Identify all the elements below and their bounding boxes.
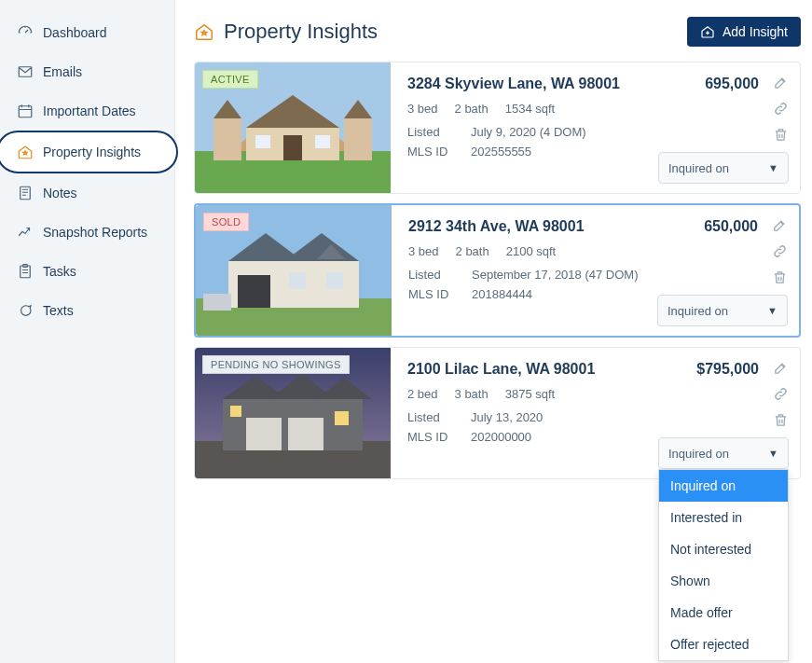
dropdown-option[interactable]: Shown: [659, 565, 788, 597]
property-address: 3284 Skyview Lane, WA 98001: [407, 76, 620, 92]
link-icon[interactable]: [772, 385, 789, 402]
clipboard-icon: [17, 263, 34, 280]
svg-rect-35: [335, 411, 349, 425]
sidebar-item-dashboard[interactable]: Dashboard: [0, 13, 174, 52]
sidebar-item-emails[interactable]: Emails: [0, 52, 174, 91]
chat-icon: [17, 302, 34, 319]
svg-rect-1: [19, 106, 32, 117]
mls-label: MLS ID: [408, 287, 464, 301]
listed-label: Listed: [408, 268, 464, 282]
house-plus-icon: [700, 24, 715, 39]
sqft: 3875 sqft: [505, 387, 556, 401]
dropdown-option[interactable]: Inquired on: [659, 470, 788, 502]
status-select[interactable]: Inquired on ▼: [658, 152, 789, 184]
link-icon[interactable]: [772, 100, 789, 117]
status-select[interactable]: Inquired on ▼: [657, 295, 788, 326]
calendar-icon: [17, 103, 34, 119]
sidebar-item-texts[interactable]: Texts: [0, 291, 174, 330]
sidebar-item-label: Property Insights: [43, 145, 141, 159]
sidebar-item-important-dates[interactable]: Important Dates: [0, 91, 174, 131]
status-select[interactable]: Inquired on ▼: [658, 437, 789, 469]
listed-value: September 17, 2018 (47 DOM): [472, 268, 786, 282]
chevron-down-icon: ▼: [768, 162, 778, 173]
listed-label: Listed: [407, 410, 463, 424]
select-value: Inquired on: [668, 447, 729, 461]
svg-rect-11: [255, 135, 270, 148]
property-photo: ACTIVE: [195, 62, 391, 193]
bath-count: 3 bath: [455, 387, 489, 401]
sidebar-item-property-insights[interactable]: Property Insights: [0, 131, 178, 173]
svg-rect-10: [283, 135, 302, 160]
dashboard-icon: [17, 24, 34, 41]
bed-count: 3 bed: [407, 102, 438, 116]
listed-value: July 9, 2020 (4 DOM): [471, 125, 787, 139]
add-insight-label: Add Insight: [723, 24, 788, 39]
sidebar-item-label: Important Dates: [43, 104, 136, 118]
add-insight-button[interactable]: Add Insight: [687, 17, 801, 47]
svg-rect-15: [344, 118, 372, 160]
svg-rect-13: [213, 118, 241, 160]
bath-count: 2 bath: [456, 244, 489, 258]
main-content: Property Insights Add Insight: [175, 0, 812, 663]
bed-count: 2 bed: [407, 387, 438, 401]
sidebar-item-label: Snapshot Reports: [43, 225, 147, 240]
sidebar-item-snapshot-reports[interactable]: Snapshot Reports: [0, 213, 174, 252]
svg-rect-34: [288, 418, 323, 450]
select-value: Inquired on: [667, 304, 728, 318]
select-value: Inquired on: [668, 161, 729, 175]
sidebar-item-notes[interactable]: Notes: [0, 173, 174, 213]
chevron-down-icon: ▼: [768, 448, 778, 459]
sidebar-item-label: Dashboard: [43, 25, 107, 40]
status-dropdown[interactable]: Inquired on Interested in Not interested…: [658, 469, 789, 661]
svg-rect-22: [238, 275, 270, 308]
sidebar: Dashboard Emails Important Dates Propert…: [0, 0, 175, 663]
edit-icon[interactable]: [771, 216, 788, 233]
svg-rect-12: [315, 135, 330, 148]
listed-label: Listed: [407, 125, 463, 139]
svg-rect-2: [21, 186, 31, 200]
property-address: 2100 Lilac Lane, WA 98001: [407, 361, 595, 378]
house-star-icon: [17, 144, 34, 160]
status-badge: ACTIVE: [202, 70, 258, 89]
note-icon: [17, 185, 34, 201]
page-title: Property Insights: [224, 20, 378, 44]
chevron-down-icon: ▼: [767, 305, 778, 316]
trash-icon[interactable]: [772, 411, 789, 428]
status-badge: SOLD: [203, 213, 249, 231]
bed-count: 3 bed: [408, 244, 439, 258]
sqft: 2100 sqft: [506, 244, 557, 258]
sidebar-item-label: Tasks: [43, 264, 76, 279]
sidebar-item-label: Notes: [43, 186, 77, 200]
sidebar-item-tasks[interactable]: Tasks: [0, 252, 174, 291]
dropdown-option[interactable]: Offer rejected: [659, 628, 788, 660]
mls-label: MLS ID: [407, 145, 463, 159]
bath-count: 2 bath: [455, 102, 489, 116]
status-badge: PENDING NO SHOWINGS: [202, 355, 350, 374]
sidebar-item-label: Texts: [43, 303, 74, 318]
chart-icon: [17, 224, 34, 241]
sidebar-item-label: Emails: [43, 64, 82, 79]
dropdown-option[interactable]: Interested in: [659, 502, 788, 533]
property-address: 2912 34th Ave, WA 98001: [408, 218, 585, 235]
svg-rect-24: [326, 272, 343, 289]
mail-icon: [17, 63, 34, 80]
mls-label: MLS ID: [407, 430, 463, 444]
svg-rect-23: [289, 272, 306, 289]
link-icon[interactable]: [771, 242, 788, 259]
svg-rect-26: [203, 294, 231, 311]
sqft: 1534 sqft: [505, 102, 556, 116]
house-star-icon: [194, 21, 214, 42]
svg-rect-33: [246, 418, 282, 450]
listed-value: July 13, 2020: [471, 410, 787, 424]
svg-rect-36: [230, 406, 241, 417]
dropdown-option[interactable]: Made offer: [659, 597, 788, 628]
property-card[interactable]: PENDING NO SHOWINGS 2100 Lilac Lane, WA …: [194, 347, 801, 479]
dropdown-option[interactable]: Not interested: [659, 533, 788, 565]
property-card[interactable]: ACTIVE 3284 Skyview Lane, WA 98001 695,0…: [194, 62, 801, 194]
edit-icon[interactable]: [772, 74, 789, 90]
property-card[interactable]: SOLD 2912 34th Ave, WA 98001 650,000 3 b…: [194, 203, 801, 338]
property-photo: SOLD: [196, 205, 392, 336]
trash-icon[interactable]: [772, 126, 789, 143]
edit-icon[interactable]: [772, 359, 789, 376]
trash-icon[interactable]: [771, 269, 788, 285]
